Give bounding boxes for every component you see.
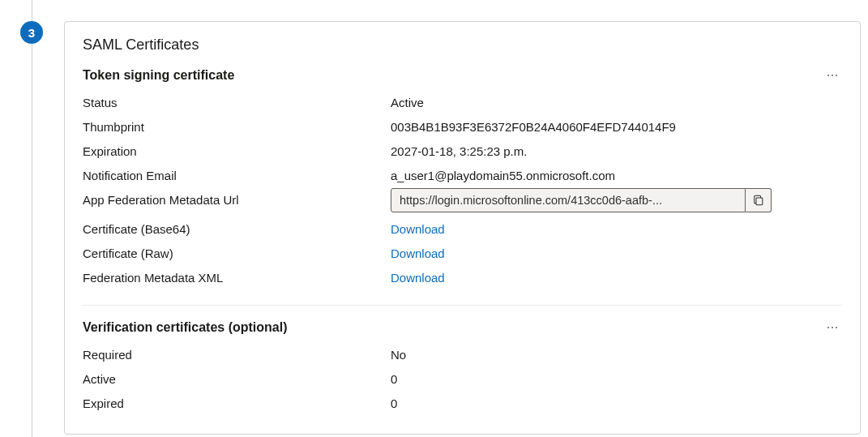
token-signing-header: Token signing certificate: [83, 68, 842, 83]
thumbprint-label: Thumbprint: [83, 118, 391, 137]
active-label: Active: [83, 371, 391, 389]
fed-xml-row: Federation Metadata XML Download: [83, 266, 842, 290]
step-badge: 3: [20, 21, 43, 44]
card-title: SAML Certificates: [83, 36, 842, 54]
cert-base64-label: Certificate (Base64): [83, 221, 391, 239]
cert-raw-label: Certificate (Raw): [83, 245, 391, 263]
notification-email-label: Notification Email: [83, 167, 391, 186]
metadata-url-field-wrap: [391, 188, 772, 212]
expiration-value: 2027-01-18, 3:25:23 p.m.: [391, 143, 842, 161]
copy-url-button[interactable]: [746, 188, 772, 212]
active-value: 0: [391, 371, 842, 389]
saml-certificates-card: SAML Certificates Token signing certific…: [64, 21, 861, 435]
expired-value: 0: [391, 395, 842, 413]
more-icon: [827, 327, 829, 328]
metadata-url-input[interactable]: [391, 188, 746, 212]
token-signing-title: Token signing certificate: [83, 68, 234, 83]
status-value: Active: [391, 94, 842, 113]
more-icon: [827, 75, 829, 76]
more-icon: [832, 327, 833, 328]
step-connector-line: [32, 0, 32, 437]
metadata-url-label: App Federation Metadata Url: [83, 191, 391, 210]
notification-email-row: Notification Email a_user1@playdomain55.…: [83, 164, 842, 188]
more-icon: [832, 75, 833, 76]
cert-base64-row: Certificate (Base64) Download: [83, 217, 842, 242]
expiration-label: Expiration: [83, 143, 391, 161]
cert-base64-download-link[interactable]: Download: [391, 221, 445, 239]
fed-xml-label: Federation Metadata XML: [83, 269, 391, 288]
token-signing-more-button[interactable]: [823, 70, 842, 81]
cert-raw-row: Certificate (Raw) Download: [83, 242, 842, 266]
status-label: Status: [83, 94, 391, 113]
thumbprint-value: 003B4B1B93F3E6372F0B24A4060F4EFD744014F9: [391, 118, 842, 137]
verification-header: Verification certificates (optional): [83, 320, 842, 335]
notification-email-value: a_user1@playdomain55.onmicrosoft.com: [391, 167, 842, 186]
required-value: No: [391, 346, 842, 365]
required-row: Required No: [83, 343, 842, 367]
thumbprint-row: Thumbprint 003B4B1B93F3E6372F0B24A4060F4…: [83, 115, 842, 139]
expired-label: Expired: [83, 395, 391, 413]
fed-xml-download-link[interactable]: Download: [391, 269, 445, 288]
copy-icon: [753, 195, 764, 206]
section-divider: [83, 305, 842, 306]
cert-raw-download-link[interactable]: Download: [391, 245, 445, 263]
more-icon: [836, 327, 837, 328]
metadata-url-row: App Federation Metadata Url: [83, 188, 842, 212]
svg-rect-0: [755, 198, 762, 205]
required-label: Required: [83, 346, 391, 365]
expiration-row: Expiration 2027-01-18, 3:25:23 p.m.: [83, 139, 842, 164]
active-row: Active 0: [83, 367, 842, 392]
more-icon: [836, 75, 837, 76]
verification-title: Verification certificates (optional): [83, 320, 288, 335]
expired-row: Expired 0: [83, 392, 842, 416]
verification-more-button[interactable]: [823, 322, 842, 333]
status-row: Status Active: [83, 91, 842, 115]
step-number: 3: [28, 26, 35, 40]
